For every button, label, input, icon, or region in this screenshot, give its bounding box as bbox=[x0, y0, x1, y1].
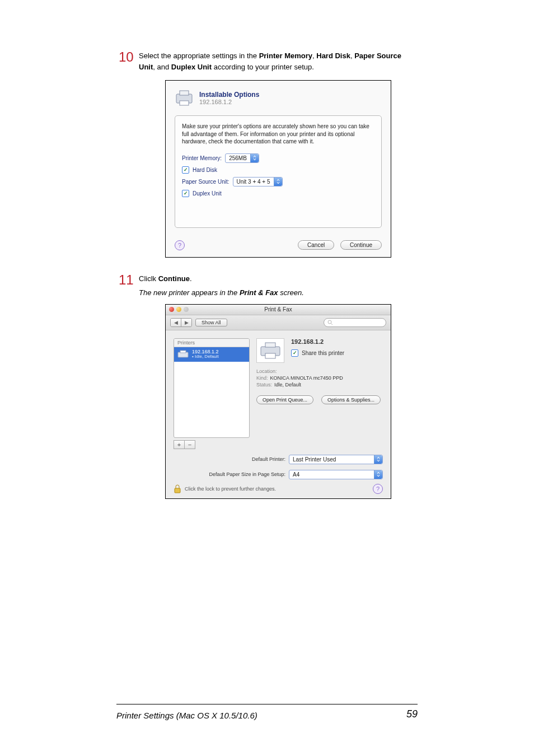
lock-text[interactable]: Click the lock to prevent further change… bbox=[185, 486, 276, 492]
zoom-icon[interactable] bbox=[184, 307, 189, 312]
nav-buttons[interactable]: ◀ ▶ bbox=[170, 318, 192, 327]
location-label: Location: bbox=[256, 368, 277, 374]
footer-divider bbox=[116, 704, 418, 704]
footer-title: Printer Settings (Mac OS X 10.5/10.6) bbox=[116, 711, 257, 720]
window-title: Print & Fax bbox=[264, 306, 292, 312]
add-printer-button[interactable]: + bbox=[174, 440, 185, 449]
status-label: Status: bbox=[256, 382, 272, 388]
forward-button[interactable]: ▶ bbox=[181, 319, 191, 326]
kind-value: KONICA MINOLTA mc7450 PPD bbox=[270, 375, 343, 381]
default-printer-label: Default Printer: bbox=[252, 456, 285, 462]
list-item[interactable]: 192.168.1.2 • Idle, Default bbox=[174, 347, 249, 362]
window-titlebar: Print & Fax bbox=[166, 305, 391, 315]
printer-icon bbox=[177, 350, 189, 359]
svg-rect-6 bbox=[180, 351, 186, 353]
svg-rect-8 bbox=[265, 343, 275, 347]
printer-icon bbox=[175, 88, 194, 108]
printer-preview-icon bbox=[256, 338, 284, 363]
show-all-button[interactable]: Show All bbox=[195, 319, 227, 326]
help-button[interactable]: ? bbox=[373, 484, 383, 494]
printers-list[interactable]: Printers 192.168.1.2 • Idle, Default bbox=[174, 338, 250, 438]
options-box: Make sure your printer's options are acc… bbox=[175, 115, 382, 228]
dialog-description: Make sure your printer's options are acc… bbox=[182, 123, 374, 146]
selected-printer-name: 192.168.1.2 bbox=[291, 338, 344, 345]
page-number: 59 bbox=[406, 708, 418, 720]
search-input[interactable] bbox=[324, 318, 386, 327]
paper-source-unit-label: Paper Source Unit: bbox=[182, 179, 229, 185]
step-number: 11 bbox=[119, 273, 137, 287]
duplex-unit-checkbox[interactable]: ✓ bbox=[182, 190, 189, 197]
default-paper-size-select[interactable]: A4 bbox=[289, 470, 383, 479]
dialog-subtitle: 192.168.1.2 bbox=[199, 99, 259, 105]
print-and-fax-window: Print & Fax ◀ ▶ Show All Printers bbox=[165, 304, 391, 499]
remove-printer-button[interactable]: − bbox=[185, 440, 195, 449]
close-icon[interactable] bbox=[169, 307, 174, 312]
step-11: 11 Cliclk Continue. The new printer appe… bbox=[139, 273, 418, 298]
svg-line-4 bbox=[331, 323, 333, 325]
minimize-icon[interactable] bbox=[176, 307, 181, 312]
dialog-title: Installable Options bbox=[199, 91, 259, 99]
duplex-unit-label: Duplex Unit bbox=[193, 190, 222, 197]
chevrons-icon bbox=[374, 455, 382, 464]
chevrons-icon bbox=[250, 154, 259, 162]
continue-button[interactable]: Continue bbox=[340, 240, 382, 250]
chevrons-icon bbox=[274, 178, 282, 186]
lock-icon[interactable] bbox=[174, 484, 181, 493]
hard-disk-label: Hard Disk bbox=[193, 167, 217, 173]
back-button[interactable]: ◀ bbox=[171, 319, 181, 326]
paper-source-unit-select[interactable]: Unit 3 + 4 + 5 bbox=[233, 177, 283, 186]
printer-memory-label: Printer Memory: bbox=[182, 155, 222, 161]
printer-memory-select[interactable]: 256MB bbox=[225, 153, 259, 163]
chevrons-icon bbox=[374, 470, 382, 479]
default-paper-size-label: Default Paper Size in Page Setup: bbox=[209, 472, 285, 477]
printer-status: • Idle, Default bbox=[192, 354, 219, 360]
installable-options-dialog: Installable Options 192.168.1.2 Make sur… bbox=[165, 80, 391, 258]
printers-header: Printers bbox=[174, 339, 249, 347]
share-printer-label: Share this printer bbox=[302, 350, 344, 356]
svg-point-3 bbox=[328, 320, 331, 324]
options-supplies-button[interactable]: Options & Supplies... bbox=[321, 395, 381, 404]
cancel-button[interactable]: Cancel bbox=[298, 240, 334, 250]
help-button[interactable]: ? bbox=[175, 240, 185, 250]
svg-rect-1 bbox=[180, 91, 189, 95]
window-controls[interactable] bbox=[169, 307, 189, 312]
step-text: Cliclk Continue. The new printer appears… bbox=[139, 273, 304, 298]
hard-disk-checkbox[interactable]: ✓ bbox=[182, 166, 189, 174]
svg-rect-10 bbox=[175, 488, 180, 493]
step-note: The new printer appears in the Print & F… bbox=[139, 287, 304, 298]
step-10: 10 Select the appropriate settings in th… bbox=[139, 50, 418, 72]
step-number: 10 bbox=[119, 50, 137, 64]
svg-rect-9 bbox=[265, 353, 275, 358]
default-printer-select[interactable]: Last Printer Used bbox=[289, 455, 383, 464]
search-icon bbox=[327, 320, 333, 325]
step-text: Select the appropriate settings in the P… bbox=[139, 50, 418, 72]
share-printer-checkbox[interactable]: ✓ bbox=[291, 349, 298, 357]
status-value: Idle, Default bbox=[274, 382, 301, 388]
kind-label: Kind: bbox=[256, 375, 268, 381]
svg-rect-2 bbox=[180, 101, 189, 105]
open-print-queue-button[interactable]: Open Print Queue... bbox=[256, 395, 313, 404]
